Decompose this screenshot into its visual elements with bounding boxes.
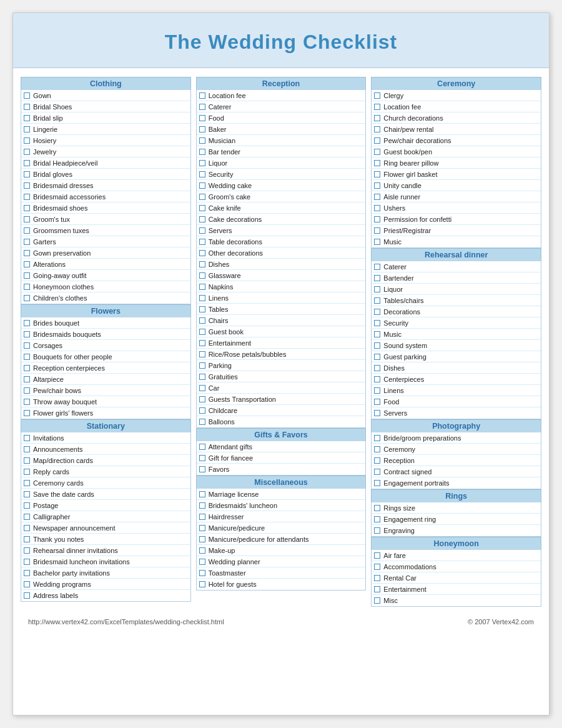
checkbox-icon[interactable] xyxy=(24,514,30,520)
list-item[interactable]: Security xyxy=(197,169,366,180)
checkbox-icon[interactable] xyxy=(374,331,380,337)
checkbox-icon[interactable] xyxy=(374,160,380,166)
checkbox-icon[interactable] xyxy=(374,480,380,486)
checkbox-icon[interactable] xyxy=(199,581,205,587)
list-item[interactable]: Reception centerpieces xyxy=(21,362,190,374)
checkbox-icon[interactable] xyxy=(24,354,30,360)
checkbox-icon[interactable] xyxy=(374,126,380,132)
list-item[interactable]: Napkins xyxy=(197,281,366,292)
checkbox-icon[interactable] xyxy=(199,385,205,391)
checkbox-icon[interactable] xyxy=(24,137,30,144)
list-item[interactable]: Tables/chairs xyxy=(372,295,541,306)
list-item[interactable]: Childcare xyxy=(197,405,366,416)
checkbox-icon[interactable] xyxy=(374,399,380,405)
list-item[interactable]: Dishes xyxy=(197,259,366,270)
list-item[interactable]: Bridesmaid shoes xyxy=(21,202,190,214)
list-item[interactable]: Contract signed xyxy=(372,466,541,477)
checkbox-icon[interactable] xyxy=(374,297,380,304)
checkbox-icon[interactable] xyxy=(24,376,30,382)
list-item[interactable]: Location fee xyxy=(372,101,541,112)
checkbox-icon[interactable] xyxy=(199,149,205,155)
checkbox-icon[interactable] xyxy=(374,137,380,144)
checkbox-icon[interactable] xyxy=(24,547,30,554)
list-item[interactable]: Wedding programs xyxy=(21,579,190,590)
checkbox-icon[interactable] xyxy=(374,309,380,315)
checkbox-icon[interactable] xyxy=(24,592,30,599)
list-item[interactable]: Accommodations xyxy=(372,561,541,572)
checkbox-icon[interactable] xyxy=(24,342,30,349)
checkbox-icon[interactable] xyxy=(374,275,380,281)
checkbox-icon[interactable] xyxy=(199,205,205,211)
checkbox-icon[interactable] xyxy=(374,182,380,189)
list-item[interactable]: Aisle runner xyxy=(372,191,541,202)
checkbox-icon[interactable] xyxy=(374,286,380,292)
checkbox-icon[interactable] xyxy=(199,137,205,144)
list-item[interactable]: Other decorations xyxy=(197,247,366,259)
checkbox-icon[interactable] xyxy=(24,446,30,452)
checkbox-icon[interactable] xyxy=(24,250,30,256)
checkbox-icon[interactable] xyxy=(24,570,30,576)
list-item[interactable]: Engagement portraits xyxy=(372,477,541,489)
checkbox-icon[interactable] xyxy=(374,597,380,604)
checkbox-icon[interactable] xyxy=(199,559,205,565)
checkbox-icon[interactable] xyxy=(374,387,380,394)
checkbox-icon[interactable] xyxy=(24,261,30,267)
list-item[interactable]: Gown xyxy=(21,90,190,101)
checkbox-icon[interactable] xyxy=(374,104,380,110)
list-item[interactable]: Rehearsal dinner invitations xyxy=(21,545,190,556)
checkbox-icon[interactable] xyxy=(374,149,380,155)
checkbox-icon[interactable] xyxy=(24,387,30,394)
list-item[interactable]: Gift for fiancee xyxy=(197,452,366,464)
checkbox-icon[interactable] xyxy=(199,491,205,497)
checkbox-icon[interactable] xyxy=(199,317,205,324)
checkbox-icon[interactable] xyxy=(374,469,380,475)
checkbox-icon[interactable] xyxy=(199,570,205,576)
list-item[interactable]: Marriage license xyxy=(197,489,366,500)
checkbox-icon[interactable] xyxy=(374,92,380,99)
checkbox-icon[interactable] xyxy=(374,516,380,522)
checkbox-icon[interactable] xyxy=(24,104,30,110)
list-item[interactable]: Caterer xyxy=(372,261,541,272)
list-item[interactable]: Food xyxy=(372,396,541,407)
checkbox-icon[interactable] xyxy=(24,525,30,531)
list-item[interactable]: Cake knife xyxy=(197,202,366,214)
checkbox-icon[interactable] xyxy=(24,284,30,290)
checkbox-icon[interactable] xyxy=(374,505,380,511)
list-item[interactable]: Manicure/pedicure for attendants xyxy=(197,534,366,545)
list-item[interactable]: Children's clothes xyxy=(21,292,190,304)
list-item[interactable]: Garters xyxy=(21,236,190,247)
checkbox-icon[interactable] xyxy=(199,525,205,531)
list-item[interactable]: Flower girl basket xyxy=(372,169,541,180)
list-item[interactable]: Bridesmaid accessories xyxy=(21,191,190,202)
checkbox-icon[interactable] xyxy=(24,399,30,405)
list-item[interactable]: Favors xyxy=(197,464,366,475)
checkbox-icon[interactable] xyxy=(199,536,205,542)
list-item[interactable]: Bouquets for other people xyxy=(21,351,190,362)
list-item[interactable]: Servers xyxy=(197,225,366,236)
list-item[interactable]: Make-up xyxy=(197,545,366,556)
checkbox-icon[interactable] xyxy=(199,250,205,256)
checkbox-icon[interactable] xyxy=(24,149,30,155)
list-item[interactable]: Ushers xyxy=(372,202,541,214)
list-item[interactable]: Groomsmen tuxes xyxy=(21,225,190,236)
checkbox-icon[interactable] xyxy=(24,559,30,565)
list-item[interactable]: Lingerie xyxy=(21,124,190,135)
list-item[interactable]: Sound system xyxy=(372,340,541,351)
list-item[interactable]: Newspaper announcement xyxy=(21,522,190,534)
checkbox-icon[interactable] xyxy=(374,376,380,382)
list-item[interactable]: Car xyxy=(197,382,366,394)
checkbox-icon[interactable] xyxy=(24,435,30,441)
list-item[interactable]: Altarpiece xyxy=(21,374,190,385)
list-item[interactable]: Cake decorations xyxy=(197,214,366,225)
checkbox-icon[interactable] xyxy=(199,362,205,369)
checkbox-icon[interactable] xyxy=(374,586,380,592)
checkbox-icon[interactable] xyxy=(374,115,380,121)
list-item[interactable]: Postage xyxy=(21,500,190,511)
list-item[interactable]: Bridal slip xyxy=(21,112,190,124)
checkbox-icon[interactable] xyxy=(24,205,30,211)
list-item[interactable]: Guests Transportation xyxy=(197,394,366,405)
list-item[interactable]: Reception xyxy=(372,455,541,466)
checkbox-icon[interactable] xyxy=(24,216,30,222)
list-item[interactable]: Clergy xyxy=(372,90,541,101)
checkbox-icon[interactable] xyxy=(374,239,380,245)
